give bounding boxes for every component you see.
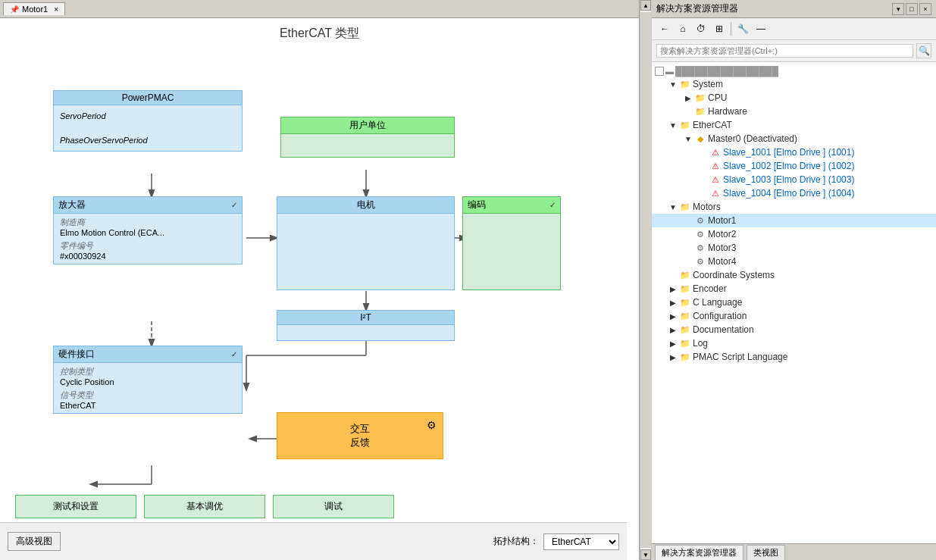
root-icon: ▬ <box>665 67 674 76</box>
back-btn[interactable]: ← <box>656 20 673 37</box>
tree-pmac[interactable]: ▶ 📁 PMAC Script Language <box>652 350 936 364</box>
coord-label: Coordinate Systems <box>693 270 775 280</box>
ethercat-expand[interactable]: ▼ <box>667 121 679 130</box>
tools-btn[interactable]: 🔧 <box>734 20 751 37</box>
tree-motor2[interactable]: ⚙ Motor2 <box>652 227 936 241</box>
history-btn[interactable]: ⏱ <box>693 20 709 37</box>
log-expand[interactable]: ▶ <box>667 339 679 348</box>
maker-value: Elmo Motion Control (ECA... <box>60 228 236 237</box>
search-btn[interactable]: 🔍 <box>916 43 931 58</box>
tab-close-icon[interactable]: × <box>54 5 58 14</box>
topology-select[interactable]: EtherCAT <box>543 533 619 550</box>
tuning-node[interactable]: 基本调优 <box>144 495 265 518</box>
docs-expand[interactable]: ▶ <box>667 326 679 334</box>
tree-cpu[interactable]: ▶ 📁 CPU <box>652 91 936 105</box>
bottom-nodes: 测试和设置 基本调优 调试 <box>0 495 639 518</box>
class-view-tab[interactable]: 类视图 <box>747 545 785 560</box>
encoder-node[interactable]: 编码 ✓ <box>462 196 561 290</box>
tree-encoder[interactable]: ▶ 📁 Encoder <box>652 282 936 296</box>
feedback-gear-icon[interactable]: ⚙ <box>427 419 437 431</box>
root-checkbox[interactable] <box>655 67 664 76</box>
encoder-expand[interactable]: ▶ <box>667 285 679 293</box>
tree-slave1001[interactable]: ⚠ Slave_1001 [Elmo Drive ] (1001) <box>652 145 936 159</box>
ethercat-label: EtherCAT <box>693 120 732 130</box>
tree-log[interactable]: ▶ 📁 Log <box>652 336 936 350</box>
toolbar-separator <box>731 22 731 36</box>
pmac-expand[interactable]: ▶ <box>667 353 679 361</box>
maker-label: 制造商 <box>60 217 236 228</box>
tree-docs[interactable]: ▶ 📁 Documentation <box>652 323 936 336</box>
system-expand[interactable]: ▼ <box>667 80 679 89</box>
scroll-up-btn[interactable]: ▲ <box>640 0 651 11</box>
pmac-label: PMAC Script Language <box>693 352 787 362</box>
amplifier-node[interactable]: 放大器 ✓ 制造商 Elmo Motion Control (ECA... 零件… <box>53 196 243 264</box>
master0-expand[interactable]: ▼ <box>682 135 694 143</box>
pin-btn[interactable]: — <box>753 20 769 37</box>
powerpmac-node[interactable]: PowerPMAC ServoPeriod PhaseOverServoPeri… <box>53 90 243 152</box>
pmac-folder-icon: 📁 <box>679 351 691 363</box>
slave1002-label: Slave_1002 [Elmo Drive ] (1002) <box>723 161 854 171</box>
sync-btn[interactable]: ⊞ <box>711 20 728 37</box>
motor1-tab[interactable]: 📌 Motor1 × <box>3 2 65 15</box>
log-folder-icon: 📁 <box>679 337 691 349</box>
tree-config[interactable]: ▶ 📁 Configuration <box>652 309 936 323</box>
i2t-body <box>277 325 454 340</box>
feedback-node[interactable]: 交互反馈 ⚙ <box>277 412 443 459</box>
scroll-down-btn[interactable]: ▼ <box>640 549 651 560</box>
motor2-tree-label: Motor2 <box>708 229 736 239</box>
motors-expand[interactable]: ▼ <box>667 203 679 211</box>
i2t-node[interactable]: I²T <box>277 310 455 341</box>
panel-pin-btn[interactable]: ▾ <box>892 3 904 15</box>
yonghu-node[interactable]: 用户单位 <box>280 117 455 158</box>
left-panel: 📌 Motor1 × EtherCAT 类型 <box>0 0 640 560</box>
motor-node[interactable]: 电机 <box>277 196 455 290</box>
tree-ethercat[interactable]: ▼ 📁 EtherCAT <box>652 118 936 132</box>
tree-master0[interactable]: ▼ ◆ Master0 (Deactivated) <box>652 132 936 145</box>
motor4-icon: ⚙ <box>694 255 706 267</box>
spacer1 <box>60 124 236 133</box>
system-folder-icon: 📁 <box>679 78 691 90</box>
docs-label: Documentation <box>693 324 754 335</box>
tree-slave1004[interactable]: ⚠ Slave_1004 [Elmo Drive ] (1004) <box>652 186 936 200</box>
tree-motor1[interactable]: ⚙ Motor1 <box>652 214 936 227</box>
cpu-expand[interactable]: ▶ <box>682 94 694 102</box>
search-bar: 🔍 <box>652 40 936 62</box>
tree-clang[interactable]: ▶ 📁 C Language <box>652 296 936 309</box>
motor3-icon: ⚙ <box>694 242 706 254</box>
i2t-header: I²T <box>277 311 454 325</box>
tree-motor3[interactable]: ⚙ Motor3 <box>652 241 936 255</box>
topology-label: 拓扑结构： <box>493 535 539 548</box>
motor3-tree-label: Motor3 <box>708 242 736 253</box>
panel-close-btn[interactable]: × <box>919 3 931 15</box>
hardware-node[interactable]: 硬件接口 ✓ 控制类型 Cyclic Position 信号类型 EtherCA… <box>53 346 243 414</box>
advanced-view-btn[interactable]: 高级视图 <box>8 532 61 551</box>
tree-motor4[interactable]: ⚙ Motor4 <box>652 255 936 268</box>
clang-expand[interactable]: ▶ <box>667 299 679 307</box>
tree-hardware[interactable]: 📁 Hardware <box>652 105 936 118</box>
encoder-body <box>463 214 560 289</box>
class-view-tab-label: 类视图 <box>753 548 778 557</box>
debug-node[interactable]: 调试 <box>273 495 394 518</box>
solution-explorer-tab[interactable]: 解决方案资源管理器 <box>655 545 743 560</box>
hardware-header: 硬件接口 ✓ <box>54 346 242 363</box>
part-label: 零件编号 <box>60 240 236 252</box>
tree-slave1003[interactable]: ⚠ Slave_1003 [Elmo Drive ] (1003) <box>652 173 936 186</box>
vertical-scrollbar[interactable]: ▲ ▼ <box>640 0 652 560</box>
tree-coord[interactable]: 📁 Coordinate Systems <box>652 268 936 282</box>
clang-folder-icon: 📁 <box>679 296 691 308</box>
tree-root[interactable]: ▬ ████████████████ <box>652 65 936 77</box>
amplifier-header: 放大器 ✓ <box>54 197 242 214</box>
diagram-title: EtherCAT 类型 <box>0 18 639 45</box>
tree-motors[interactable]: ▼ 📁 Motors <box>652 200 936 214</box>
motors-label: Motors <box>693 202 721 212</box>
scroll-thumb[interactable] <box>640 12 651 548</box>
tree-slave1002[interactable]: ⚠ Slave_1002 [Elmo Drive ] (1002) <box>652 159 936 173</box>
search-input[interactable] <box>656 44 913 58</box>
home-btn[interactable]: ⌂ <box>675 20 691 37</box>
tree-system[interactable]: ▼ 📁 System <box>652 77 936 91</box>
config-expand[interactable]: ▶ <box>667 312 679 321</box>
phase-over-servo-label: PhaseOverServoPeriod <box>60 136 236 145</box>
test-node[interactable]: 测试和设置 <box>15 495 136 518</box>
yonghu-body <box>281 134 454 157</box>
panel-float-btn[interactable]: □ <box>906 3 918 15</box>
